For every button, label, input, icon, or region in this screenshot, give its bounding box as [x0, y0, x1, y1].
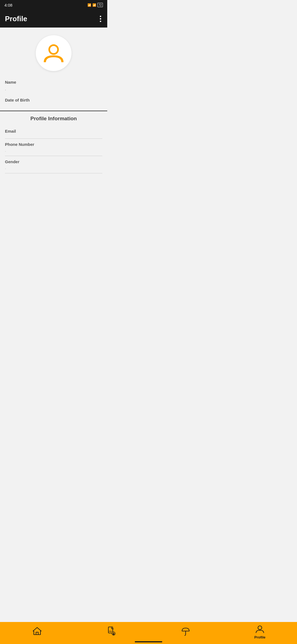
more-dot-2	[100, 18, 101, 20]
name-label: Name	[5, 80, 102, 84]
status-time: 4:08	[4, 3, 12, 7]
more-dot-1	[100, 16, 101, 17]
phone-label: Phone Number	[5, 142, 102, 147]
signal-icon: 📶	[92, 3, 96, 7]
phone-field-group: Phone Number .	[5, 139, 102, 156]
profile-info-section: Profile Information Email Phone Number .…	[0, 111, 107, 173]
gender-value: .	[5, 165, 102, 171]
email-field-group: Email	[5, 125, 102, 138]
avatar-section	[0, 28, 107, 77]
more-options-button[interactable]	[99, 15, 102, 23]
battery-indicator: 72	[97, 3, 103, 7]
name-value: .	[5, 86, 102, 93]
profile-info-title: Profile Information	[5, 111, 102, 125]
app-bar: Profile	[0, 10, 107, 28]
status-bar: 4:08 📶 📶 72	[0, 0, 107, 10]
dob-field-group: Date of Birth	[5, 94, 102, 108]
status-icons: 📶 📶 72	[87, 3, 103, 7]
page-title: Profile	[5, 15, 27, 23]
more-dot-3	[100, 21, 101, 22]
wifi-icon: 📶	[87, 3, 91, 7]
gender-label: Gender	[5, 159, 102, 164]
main-content: Name . Date of Birth Profile Information…	[0, 28, 107, 228]
svg-point-1	[50, 46, 57, 53]
avatar[interactable]	[36, 35, 72, 71]
dob-label: Date of Birth	[5, 98, 102, 102]
phone-value: .	[5, 147, 102, 154]
email-label: Email	[5, 129, 102, 133]
basic-fields: Name . Date of Birth	[0, 77, 107, 108]
name-field-group: Name .	[5, 77, 102, 94]
dob-value	[5, 103, 102, 107]
email-value	[5, 134, 102, 137]
content-spacer	[0, 173, 107, 228]
user-avatar-svg	[41, 41, 66, 66]
gender-field-group: Gender .	[5, 156, 102, 173]
